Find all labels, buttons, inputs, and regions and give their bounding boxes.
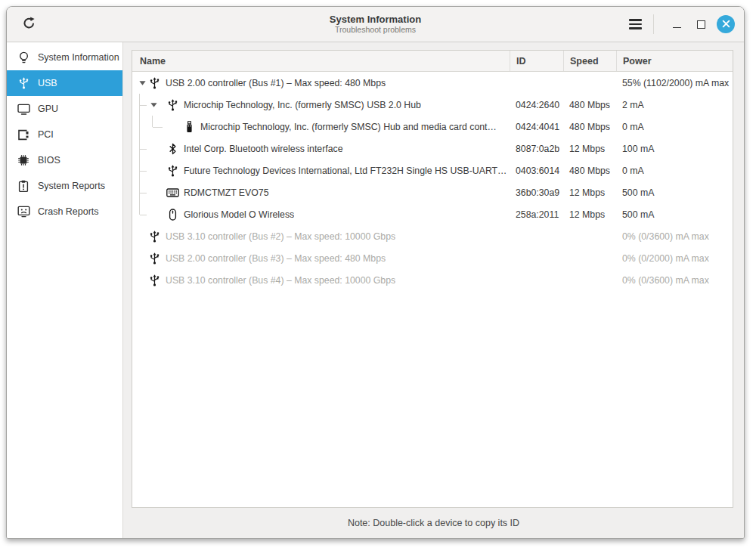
sidebar-item-bios[interactable]: BIOS (7, 147, 122, 173)
column-header-power[interactable]: Power (616, 51, 733, 71)
sidebar-item-gpu[interactable]: GPU (7, 96, 122, 122)
id-cell: 36b0:30a9 (510, 181, 563, 203)
table-header: Name ID Speed Power (132, 51, 733, 72)
close-icon (722, 17, 730, 31)
usb-icon (17, 76, 30, 90)
id-cell: 0403:6014 (510, 159, 563, 181)
table-row[interactable]: Microchip Technology, Inc. (formerly SMS… (132, 116, 733, 138)
expander-slot (147, 138, 166, 159)
maximize-icon (697, 20, 705, 29)
table-row[interactable]: USB 3.10 controller (Bus #4) – Max speed… (132, 269, 733, 291)
device-table: Name ID Speed Power USB 2.00 controller … (132, 50, 733, 508)
sidebar-item-pci[interactable]: PCI (7, 122, 122, 147)
device-name: Microchip Technology, Inc. (formerly SMS… (200, 122, 497, 132)
sidebar-item-label: USB (38, 78, 57, 88)
device-name: Microchip Technology, Inc. (formerly SMS… (184, 100, 421, 110)
power-cell: 55% (1102/2000) mA max (616, 72, 733, 94)
device-name: Glorious Model O Wireless (184, 209, 294, 220)
speed-cell (563, 269, 616, 291)
minimize-icon (673, 27, 681, 28)
name-cell: USB 2.00 controller (Bus #1) – Max speed… (132, 72, 510, 94)
power-cell: 500 mA (616, 203, 733, 225)
monitor-icon (17, 102, 30, 116)
table-row[interactable]: Glorious Model O Wireless258a:201112 Mbp… (132, 203, 733, 225)
id-cell: 0424:2640 (510, 94, 563, 116)
power-cell: 2 mA (616, 94, 733, 116)
id-cell: 0424:4041 (510, 116, 563, 138)
menu-button[interactable] (624, 13, 646, 36)
device-name: RDMCTMZT EVO75 (184, 187, 269, 198)
tree-guide (136, 138, 147, 159)
power-cell: 500 mA (616, 181, 733, 203)
tree-guide (136, 159, 147, 181)
name-cell: Future Technology Devices International,… (132, 159, 510, 181)
speed-cell: 480 Mbps (563, 159, 616, 181)
usb-icon (166, 164, 179, 177)
speed-cell: 480 Mbps (563, 116, 616, 138)
table-row[interactable]: Microchip Technology, Inc. (formerly SMS… (132, 94, 733, 116)
table-row[interactable]: Future Technology Devices International,… (132, 159, 733, 181)
column-header-name[interactable]: Name (132, 51, 510, 71)
minimize-button[interactable] (667, 14, 686, 34)
usb-icon (148, 230, 161, 243)
close-button[interactable] (717, 15, 735, 33)
hamburger-menu-icon (629, 19, 642, 20)
id-cell (510, 72, 563, 94)
power-cell: 0% (0/2000) mA max (616, 247, 733, 269)
table-row[interactable]: RDMCTMZT EVO7536b0:30a912 Mbps500 mA (132, 181, 733, 203)
speed-cell (563, 247, 616, 269)
expander-icon[interactable] (147, 94, 166, 116)
expander-icon[interactable] (136, 72, 148, 94)
table-body: USB 2.00 controller (Bus #1) – Max speed… (132, 72, 733, 291)
table-row[interactable]: USB 3.10 controller (Bus #2) – Max speed… (132, 225, 733, 247)
column-header-id[interactable]: ID (510, 51, 563, 71)
name-cell: USB 3.10 controller (Bus #4) – Max speed… (132, 269, 510, 291)
refresh-button[interactable] (17, 13, 40, 36)
table-row[interactable]: Intel Corp. Bluetooth wireless interface… (132, 138, 733, 159)
maximize-button[interactable] (691, 14, 711, 34)
name-cell: Microchip Technology, Inc. (formerly SMS… (132, 116, 510, 138)
expander-slot (136, 269, 148, 291)
power-cell: 0 mA (616, 159, 733, 181)
speed-cell: 480 Mbps (563, 94, 616, 116)
sidebar-item-label: System Information (38, 52, 119, 63)
sidebar: System InformationUSBGPUPCIBIOSSystem Re… (7, 42, 123, 538)
device-name: Intel Corp. Bluetooth wireless interface (184, 144, 343, 154)
id-cell (510, 269, 563, 291)
sidebar-item-label: System Reports (38, 181, 105, 191)
id-cell: 258a:2011 (510, 203, 563, 225)
id-cell: 8087:0a2b (510, 138, 563, 159)
expander-slot (147, 159, 166, 181)
tree-guide (147, 116, 172, 138)
speed-cell (563, 225, 616, 247)
tree-guide (136, 94, 147, 116)
power-cell: 0% (0/3600) mA max (616, 269, 733, 291)
speed-cell (563, 72, 616, 94)
speed-cell: 12 Mbps (563, 138, 616, 159)
name-cell: Microchip Technology, Inc. (formerly SMS… (132, 94, 510, 116)
keyboard-icon (166, 186, 179, 199)
table-row[interactable]: USB 2.00 controller (Bus #1) – Max speed… (132, 72, 733, 94)
sidebar-item-system-information[interactable]: System Information (7, 45, 122, 70)
usb-icon (148, 252, 161, 265)
note-bar: Note: Double-click a device to copy its … (123, 508, 744, 538)
expander-slot (136, 247, 148, 269)
usb-drive-icon (183, 120, 196, 133)
expander-slot (136, 225, 148, 247)
refresh-icon (22, 16, 36, 33)
chip-icon (17, 153, 30, 167)
device-name: USB 2.00 controller (Bus #3) – Max speed… (166, 253, 386, 264)
speed-cell: 12 Mbps (563, 181, 616, 203)
main-content: Name ID Speed Power USB 2.00 controller … (123, 42, 744, 538)
expander-slot (147, 181, 166, 203)
sidebar-item-system-reports[interactable]: System Reports (7, 173, 122, 199)
usb-icon (148, 274, 161, 286)
id-cell (510, 247, 563, 269)
device-name: Future Technology Devices International,… (184, 166, 507, 176)
sidebar-item-crash-reports[interactable]: Crash Reports (7, 199, 122, 224)
name-cell: USB 3.10 controller (Bus #2) – Max speed… (132, 225, 510, 247)
column-header-speed[interactable]: Speed (563, 51, 616, 71)
sidebar-item-usb[interactable]: USB (7, 70, 122, 96)
window-title: System Information (330, 14, 421, 25)
table-row[interactable]: USB 2.00 controller (Bus #3) – Max speed… (132, 247, 733, 269)
